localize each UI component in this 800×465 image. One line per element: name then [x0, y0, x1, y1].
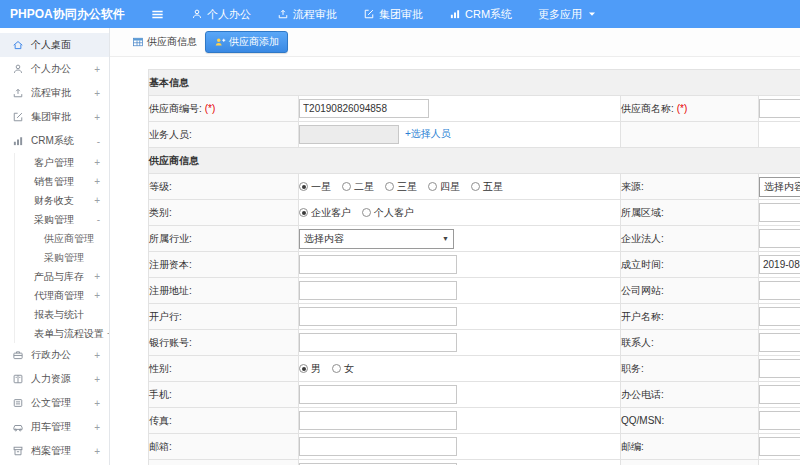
supplier-name-input[interactable]	[759, 99, 800, 118]
expand-toggle-icon[interactable]: -	[94, 214, 100, 225]
bank-name-input[interactable]	[299, 307, 457, 326]
radio-button-icon[interactable]	[299, 182, 308, 191]
radio-button-icon[interactable]	[428, 182, 437, 191]
sidebar-item[interactable]: 用车管理+	[0, 415, 109, 439]
sidebar-item[interactable]: 档案管理+	[0, 439, 109, 463]
expand-toggle-icon[interactable]: +	[91, 157, 100, 168]
expand-toggle-icon[interactable]: +	[91, 398, 100, 409]
field-value-cell: 一星二星三星四星五星	[299, 174, 621, 200]
radio-button-icon[interactable]	[471, 182, 480, 191]
account-name-input[interactable]	[759, 307, 800, 326]
top-menu-item[interactable]: 集团审批	[363, 7, 423, 22]
expand-toggle-icon[interactable]: +	[91, 374, 100, 385]
legal-person-input[interactable]	[759, 229, 800, 248]
qq-msn-input[interactable]	[759, 411, 800, 430]
field-label-text: 所属行业:	[149, 233, 192, 244]
registered-address-input[interactable]	[299, 281, 457, 300]
expand-toggle-icon[interactable]: +	[91, 112, 100, 123]
company-website-input[interactable]	[759, 281, 800, 300]
required-marker: (*)	[677, 103, 688, 114]
expand-toggle-icon[interactable]: +	[91, 290, 100, 301]
sidebar-item[interactable]: 客户管理+	[14, 153, 109, 172]
mobile-input[interactable]	[299, 385, 457, 404]
sidebar-item[interactable]: 采购管理-	[14, 210, 109, 229]
edit-icon	[12, 111, 24, 123]
expand-toggle-icon[interactable]: +	[91, 446, 100, 457]
field-label: 公司网站:	[621, 278, 759, 304]
top-menu-item[interactable]: CRM系统	[449, 7, 512, 22]
field-label-text: 联系人:	[621, 337, 654, 348]
expand-toggle-icon[interactable]: +	[91, 195, 100, 206]
sidebar-item[interactable]: 集团审批+	[0, 105, 109, 129]
field-label	[621, 122, 759, 148]
expand-toggle-icon[interactable]: +	[91, 422, 100, 433]
field-label-text: 性别:	[149, 363, 172, 374]
sidebar-item[interactable]: 销售管理+	[14, 172, 109, 191]
grade-radio[interactable]: 五星	[471, 180, 503, 194]
field-value-cell	[299, 252, 621, 278]
select-staff-link[interactable]: +选择人员	[405, 128, 451, 139]
zip-code-input[interactable]	[759, 437, 800, 456]
category-radio[interactable]: 个人客户	[362, 206, 414, 220]
field-label: 供应商名称:(*)	[621, 96, 759, 122]
expand-toggle-icon[interactable]: +	[91, 64, 100, 75]
hamburger-icon[interactable]	[150, 7, 165, 22]
sidebar-item[interactable]: 供应商管理	[14, 229, 109, 248]
top-menu-item[interactable]: 更多应用	[538, 7, 598, 22]
sidebar-item[interactable]: 个人办公+	[0, 57, 109, 81]
supplier-code-input[interactable]	[299, 99, 429, 118]
sidebar-item[interactable]: 采购管理	[14, 248, 109, 267]
office-phone-input[interactable]	[759, 385, 800, 404]
gender-radio[interactable]: 女	[332, 362, 354, 376]
expand-toggle-icon[interactable]: +	[91, 350, 100, 361]
sidebar-item[interactable]: 代理商管理+	[14, 286, 109, 305]
position-input[interactable]	[759, 359, 800, 378]
sidebar-item[interactable]: 产品与库存+	[14, 267, 109, 286]
sidebar-item[interactable]: 行政办公+	[0, 343, 109, 367]
registered-capital-input[interactable]	[299, 255, 457, 274]
expand-toggle-icon[interactable]: +	[91, 271, 100, 282]
region-input[interactable]	[759, 203, 800, 222]
category-radio[interactable]: 企业客户	[299, 206, 351, 220]
grade-radio[interactable]: 三星	[385, 180, 417, 194]
gender-radio[interactable]: 男	[299, 362, 321, 376]
radio-button-icon[interactable]	[385, 182, 394, 191]
email-input[interactable]	[299, 437, 457, 456]
sidebar-item[interactable]: 流程审批+	[0, 81, 109, 105]
top-menu: 个人办公流程审批集团审批CRM系统更多应用	[191, 7, 624, 22]
field-value-cell	[759, 304, 800, 330]
sidebar-item[interactable]: 人力资源+	[0, 367, 109, 391]
expand-toggle-icon[interactable]: -	[94, 136, 100, 147]
field-label: 开户行:	[149, 304, 299, 330]
sidebar-item[interactable]: 公文管理+	[0, 391, 109, 415]
sidebar-item-active[interactable]: 个人桌面	[0, 33, 109, 57]
form-row: 邮箱:邮编:	[149, 434, 800, 460]
field-label	[621, 460, 759, 465]
grade-radio[interactable]: 一星	[299, 180, 331, 194]
expand-toggle-icon[interactable]: +	[91, 88, 100, 99]
field-value-cell	[759, 252, 800, 278]
radio-button-icon[interactable]	[299, 208, 308, 217]
fax-input[interactable]	[299, 411, 457, 430]
radio-button-icon[interactable]	[299, 364, 308, 373]
sidebar-item[interactable]: 报表与统计	[14, 305, 109, 324]
radio-button-icon[interactable]	[332, 364, 341, 373]
industry-select[interactable]: 选择内容▼	[299, 229, 454, 249]
tab-supplier-add[interactable]: 供应商添加	[205, 31, 288, 53]
radio-button-icon[interactable]	[342, 182, 351, 191]
established-date-input[interactable]	[759, 255, 800, 274]
bank-account-input[interactable]	[299, 333, 457, 352]
top-menu-item[interactable]: 流程审批	[277, 7, 337, 22]
source-select[interactable]: 选择内容▼	[759, 177, 800, 197]
tab-supplier-info[interactable]: 供应商信息	[132, 35, 197, 49]
grade-radio[interactable]: 二星	[342, 180, 374, 194]
expand-toggle-icon[interactable]: +	[91, 176, 100, 187]
sidebar-item[interactable]: 财务收支+	[14, 191, 109, 210]
top-menu-item[interactable]: 个人办公	[191, 7, 251, 22]
radio-button-icon[interactable]	[362, 208, 371, 217]
sidebar-item[interactable]: 表单与流程设置+	[14, 324, 109, 343]
contact-person-input[interactable]	[759, 333, 800, 352]
grade-radio[interactable]: 四星	[428, 180, 460, 194]
field-value-cell: 选择内容▼	[759, 174, 800, 200]
sidebar-item[interactable]: CRM系统-	[0, 129, 109, 153]
